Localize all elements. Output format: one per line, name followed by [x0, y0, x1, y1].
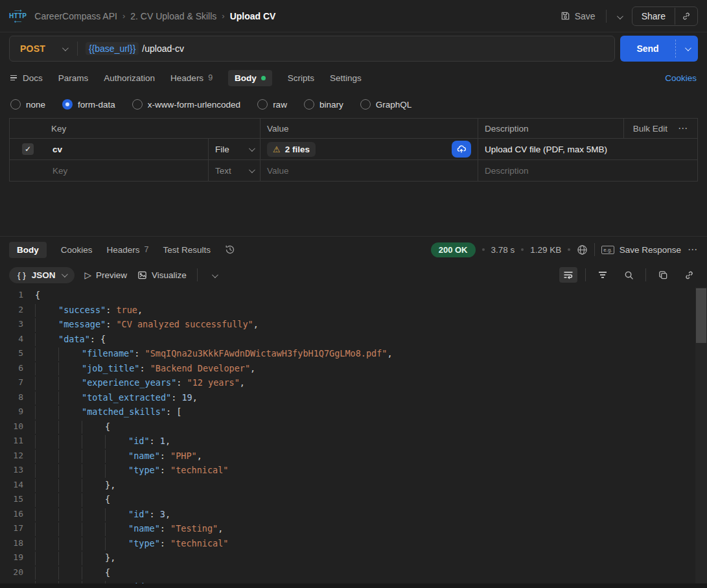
radio-raw-label: raw [273, 100, 287, 110]
description-input[interactable]: Description [478, 160, 697, 181]
network-globe-icon[interactable] [577, 244, 588, 255]
type-select[interactable]: File [208, 139, 260, 159]
braces-icon: { } [17, 270, 26, 280]
viewer-options-chevron-icon[interactable] [208, 268, 220, 283]
tab-headers[interactable]: Headers 9 [170, 73, 213, 83]
type-select[interactable]: Text [208, 160, 260, 181]
column-header-key: Key [10, 119, 260, 138]
send-button[interactable]: Send [620, 36, 698, 62]
response-tab-headers[interactable]: Headers 7 [107, 245, 149, 255]
tab-body[interactable]: Body [228, 70, 272, 86]
dot-separator-icon [568, 248, 570, 251]
response-size[interactable]: 1.29 KB [530, 245, 561, 255]
radio-x-www-form-urlencoded[interactable]: x-www-form-urlencoded [132, 99, 240, 110]
green-dot-icon [261, 76, 266, 80]
code-line: 14}, [0, 478, 707, 493]
radio-form-data[interactable]: form-data [62, 99, 115, 110]
bulk-edit-button[interactable]: Bulk Edit [633, 124, 667, 134]
line-number: 10 [0, 419, 35, 434]
send-options-chevron-icon[interactable] [676, 36, 698, 62]
files-badge[interactable]: ⚠ 2 files [267, 142, 316, 157]
indent-guide [105, 464, 128, 478]
response-body-viewer[interactable]: 1{2"success": true,3"message": "CV analy… [0, 287, 707, 588]
indent-guide [35, 508, 58, 522]
copy-link-icon[interactable] [675, 8, 697, 25]
search-icon[interactable] [620, 267, 638, 283]
key-cell[interactable]: cv [46, 139, 208, 159]
response-format-select[interactable]: { } JSON [9, 267, 75, 283]
radio-none[interactable]: none [10, 99, 45, 110]
copy-icon[interactable] [654, 267, 672, 283]
visualize-button[interactable]: Visualize [137, 270, 187, 280]
response-tab-cookies[interactable]: Cookies [61, 245, 93, 255]
http-request-icon: ⟶ HTTP ⟵ [9, 8, 27, 24]
url-input[interactable]: {{base_url}} /upload-cv [78, 42, 192, 55]
wrap-text-icon[interactable] [559, 267, 577, 283]
code-line: 11"id": 1, [0, 434, 707, 449]
value-input[interactable]: Value [260, 160, 478, 181]
share-button[interactable]: Share [632, 7, 675, 25]
type-label: Text [215, 166, 231, 176]
radio-circle-icon [360, 99, 371, 110]
link-icon[interactable] [680, 267, 698, 283]
indent-guide [35, 537, 58, 551]
scrollbar-track[interactable] [695, 287, 707, 588]
indent-guide [82, 435, 105, 449]
format-label: JSON [32, 270, 56, 280]
response-history-icon[interactable] [225, 244, 235, 255]
table-more-icon[interactable]: ⋯ [678, 123, 688, 134]
tab-params[interactable]: Params [58, 73, 89, 83]
breadcrumb-folder[interactable]: 2. CV Upload & Skills [130, 11, 216, 21]
radio-graphql[interactable]: GraphQL [360, 99, 412, 110]
column-header-value: Value [260, 119, 478, 138]
code-line: 5"filename": "SmqIQna2u3KkkFAwdnDWictawH… [0, 346, 707, 361]
divider [585, 268, 586, 281]
scrollbar-thumb[interactable] [696, 288, 706, 343]
indent-guide [58, 508, 82, 522]
radio-binary[interactable]: binary [304, 99, 343, 110]
indent-guide [35, 523, 58, 536]
response-tab-test-results[interactable]: Test Results [163, 245, 211, 255]
response-header: Body Cookies Headers 7 Test Results 200 … [0, 237, 707, 263]
indent-guide [35, 333, 58, 347]
indent-guide [82, 493, 105, 507]
code-line: 4"data": { [0, 332, 707, 347]
status-badge[interactable]: 200 OK [431, 242, 476, 257]
description-cell[interactable]: Upload CV file (PDF, max 5MB) [478, 139, 697, 159]
tab-docs[interactable]: Docs [10, 73, 43, 83]
tab-authorization[interactable]: Authorization [104, 73, 155, 83]
response-time[interactable]: 3.78 s [491, 245, 515, 255]
breadcrumb-collection[interactable]: CareerCompass API [34, 11, 117, 21]
cookies-link[interactable]: Cookies [665, 73, 697, 83]
row-checkbox[interactable]: ✓ [22, 143, 34, 155]
column-header-description: Description [478, 124, 623, 134]
indent-guide [58, 421, 82, 434]
response-tab-body[interactable]: Body [9, 242, 47, 258]
response-more-icon[interactable]: ⋯ [688, 244, 698, 255]
horizontal-scrollbar[interactable] [0, 583, 707, 588]
dot-separator-icon [521, 248, 524, 251]
key-input[interactable]: Key [46, 160, 208, 181]
upload-file-button[interactable] [452, 141, 471, 158]
indent-guide [58, 523, 82, 536]
radio-raw[interactable]: raw [257, 99, 287, 110]
headers-count-badge: 9 [208, 73, 213, 82]
preview-button[interactable]: ▷ Preview [85, 270, 127, 280]
url-variable-chip[interactable]: {{base_url}} [86, 42, 139, 55]
divider [606, 10, 607, 23]
save-label: Save [575, 11, 596, 21]
save-options-chevron-icon[interactable] [613, 8, 625, 25]
radio-none-label: none [26, 100, 45, 110]
code-line: 13"type": "technical" [0, 463, 707, 478]
method-select[interactable]: POST [10, 43, 77, 54]
example-icon: e.g. [601, 246, 614, 254]
breadcrumb: CareerCompass API › 2. CV Upload & Skill… [34, 11, 275, 21]
url-bar: POST {{base_url}} /upload-cv [9, 36, 615, 62]
tab-settings[interactable]: Settings [330, 73, 362, 83]
tab-scripts[interactable]: Scripts [288, 73, 314, 83]
save-response-button[interactable]: e.g. Save Response [601, 245, 681, 255]
indent-guide [58, 347, 82, 361]
breadcrumb-request[interactable]: Upload CV [230, 11, 276, 21]
filter-icon[interactable] [594, 267, 612, 283]
save-button[interactable]: Save [557, 8, 599, 25]
